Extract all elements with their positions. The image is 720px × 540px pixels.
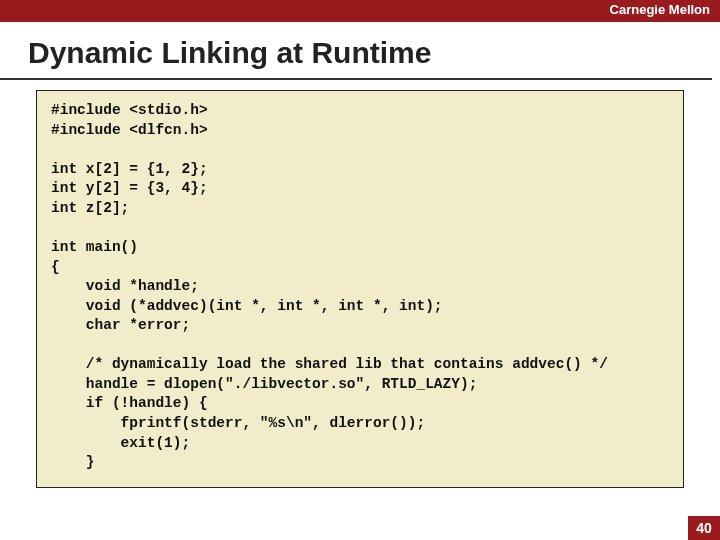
slide-title: Dynamic Linking at Runtime	[0, 22, 712, 80]
code-block: #include <stdio.h> #include <dlfcn.h> in…	[36, 90, 684, 488]
header-bar: Carnegie Mellon	[0, 0, 720, 22]
page-number: 40	[688, 516, 720, 540]
brand-label: Carnegie Mellon	[610, 2, 710, 17]
